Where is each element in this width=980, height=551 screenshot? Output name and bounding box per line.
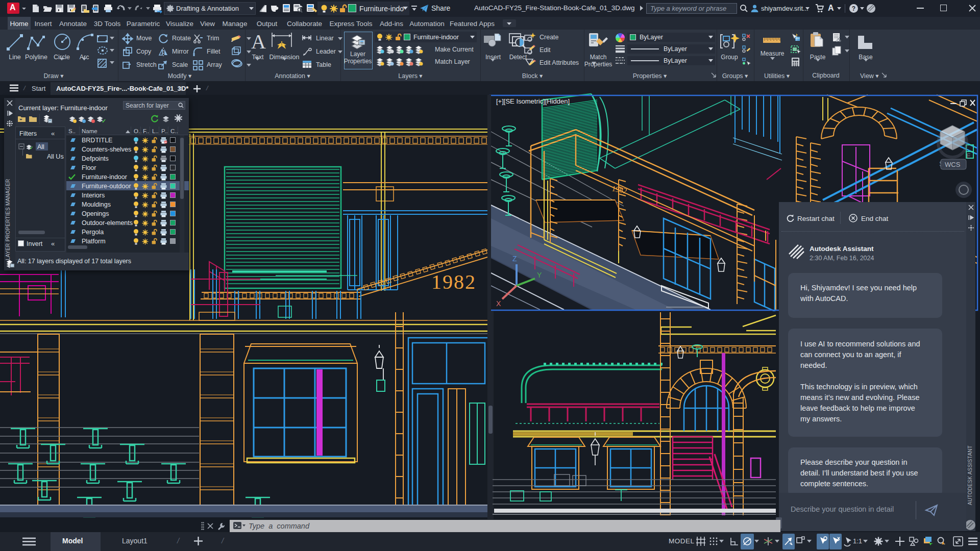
svg-text:✓: ✓ — [102, 118, 106, 124]
svg-text:!: ! — [944, 542, 945, 545]
svg-text:✓: ✓ — [30, 145, 34, 151]
